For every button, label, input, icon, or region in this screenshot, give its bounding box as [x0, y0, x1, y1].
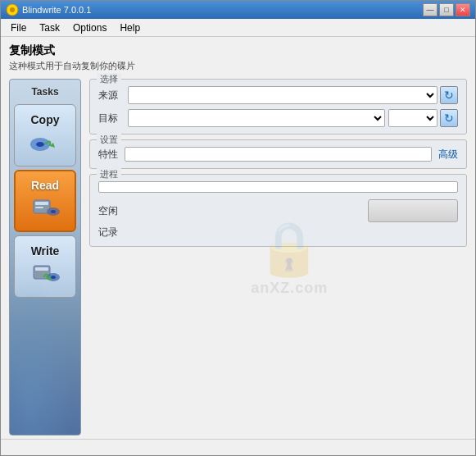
log-row: 记录 — [98, 226, 458, 239]
progress-section-label: 进程 — [97, 168, 121, 180]
task-write-button[interactable]: Write — [14, 235, 76, 298]
title-bar: Blindwrite 7.0.0.1 — □ ✕ — [1, 1, 475, 19]
page-title: 复制模式 — [9, 43, 467, 58]
status-button[interactable] — [368, 199, 458, 222]
menu-file[interactable]: File — [4, 21, 33, 35]
content-panel: 🔒 anXZ.com 选择 来源 ↻ 目标 — [81, 79, 467, 435]
settings-row: 特性 高级 — [98, 147, 458, 162]
settings-section-label: 设置 — [97, 134, 121, 146]
status-text: 空闲 — [98, 204, 361, 218]
svg-point-1 — [10, 7, 15, 12]
target-label: 目标 — [98, 112, 128, 125]
log-label: 记录 — [98, 226, 118, 239]
read-label: Read — [31, 179, 59, 192]
select-section-label: 选择 — [97, 73, 121, 85]
source-select[interactable] — [128, 86, 437, 104]
target-speed-select[interactable] — [388, 109, 437, 127]
window-title: Blindwrite 7.0.0.1 — [22, 5, 423, 15]
source-label: 来源 — [98, 89, 128, 103]
sidebar-title: Tasks — [31, 86, 58, 98]
sidebar: Tasks Copy Read — [9, 79, 81, 435]
menu-help[interactable]: Help — [113, 21, 147, 35]
menu-task[interactable]: Task — [33, 21, 66, 35]
progress-section: 进程 空闲 记录 — [89, 174, 467, 247]
content-row: Tasks Copy Read — [9, 79, 467, 435]
settings-section: 设置 特性 高级 — [89, 139, 467, 169]
task-read-button[interactable]: Read — [14, 170, 76, 232]
svg-rect-7 — [35, 207, 43, 208]
select-section: 选择 来源 ↻ 目标 — [89, 79, 467, 135]
progress-info-row: 空闲 — [98, 199, 458, 222]
svg-point-9 — [51, 210, 56, 213]
target-refresh-button[interactable]: ↻ — [440, 109, 458, 127]
status-bar — [1, 439, 475, 455]
progress-bar-container — [98, 181, 458, 193]
property-label: 特性 — [98, 148, 118, 162]
target-row: 目标 ↻ — [98, 109, 458, 127]
target-select[interactable] — [128, 109, 385, 127]
svg-rect-11 — [35, 267, 48, 271]
watermark-text: anXZ.com — [251, 280, 328, 297]
main-window: Blindwrite 7.0.0.1 — □ ✕ File Task Optio… — [0, 0, 476, 456]
close-button[interactable]: ✕ — [456, 3, 470, 16]
write-icon — [29, 259, 61, 290]
property-bar — [125, 147, 432, 162]
write-label: Write — [31, 244, 60, 258]
copy-label: Copy — [31, 113, 60, 126]
page-subtitle: 这种模式用于自动复制你的碟片 — [9, 60, 467, 72]
menu-options[interactable]: Options — [66, 21, 113, 35]
svg-point-3 — [36, 142, 44, 147]
svg-rect-6 — [35, 202, 48, 205]
app-icon — [6, 3, 19, 16]
maximize-button[interactable]: □ — [439, 3, 454, 16]
source-refresh-button[interactable]: ↻ — [440, 86, 458, 104]
advanced-link[interactable]: 高级 — [438, 148, 458, 162]
minimize-button[interactable]: — — [423, 3, 437, 16]
task-copy-button[interactable]: Copy — [14, 104, 76, 166]
main-area: 复制模式 这种模式用于自动复制你的碟片 Tasks Copy — [1, 37, 475, 439]
read-icon — [29, 194, 61, 224]
window-controls: — □ ✕ — [423, 3, 470, 16]
svg-point-13 — [51, 276, 56, 279]
source-row: 来源 ↻ — [98, 86, 458, 104]
copy-icon — [29, 128, 61, 158]
menu-bar: File Task Options Help — [1, 19, 475, 37]
